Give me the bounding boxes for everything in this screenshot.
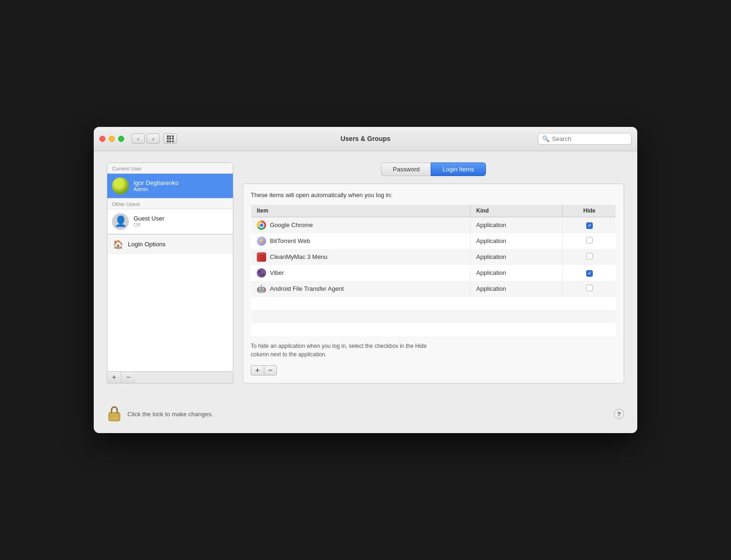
close-button[interactable] xyxy=(99,136,105,142)
hint-text: To hide an application when you log in, … xyxy=(251,342,616,359)
login-options-label: Login Options xyxy=(128,241,165,248)
back-button[interactable]: ‹ xyxy=(132,133,145,144)
search-icon: 🔍 xyxy=(542,135,550,142)
main-layout: Current User Igor Degtiarenko Admin Othe… xyxy=(107,162,624,384)
hide-checkbox-chrome[interactable] xyxy=(586,222,593,229)
sidebar-list: Current User Igor Degtiarenko Admin Othe… xyxy=(107,162,233,372)
search-input[interactable] xyxy=(552,135,627,142)
lock-icon[interactable] xyxy=(107,405,122,423)
table-header: Item Kind Hide xyxy=(251,204,616,217)
col-item: Item xyxy=(251,204,470,217)
traffic-lights xyxy=(99,136,124,142)
minimize-button[interactable] xyxy=(109,136,115,142)
panel-description: These items will open automatically when… xyxy=(251,192,616,199)
item-kind-viber: Application xyxy=(470,265,563,281)
table-row: Google Chrome Application xyxy=(251,217,616,233)
sidebar: Current User Igor Degtiarenko Admin Othe… xyxy=(107,162,233,384)
empty-row xyxy=(251,297,616,310)
panel-content: These items will open automatically when… xyxy=(243,184,624,384)
hide-checkbox-viber[interactable] xyxy=(586,270,593,277)
main-window: ‹ › Users & Groups 🔍 Current User xyxy=(94,127,637,434)
item-hide-viber[interactable] xyxy=(563,265,616,281)
app-row-cleanmymac: 🛡 CleanMyMac 3 Menu xyxy=(257,252,464,262)
item-kind-android: Application xyxy=(470,281,563,297)
footer: Click the lock to make changes. ? xyxy=(94,397,637,433)
grid-icon xyxy=(167,135,174,142)
window-title: Users & Groups xyxy=(341,135,391,142)
item-name-chrome: Google Chrome xyxy=(251,217,470,233)
table-row: 🛡 CleanMyMac 3 Menu Application xyxy=(251,249,616,265)
table-row: 📞 Viber Application xyxy=(251,265,616,281)
hide-checkbox-android[interactable] xyxy=(586,285,593,291)
item-name-cleanmymac: 🛡 CleanMyMac 3 Menu xyxy=(251,249,470,265)
user-info-igor: Igor Degtiarenko Admin xyxy=(134,179,228,192)
help-button[interactable]: ? xyxy=(614,409,624,419)
empty-row xyxy=(251,323,616,336)
table-row: ⚡ BitTorrent Web Application xyxy=(251,233,616,249)
items-table: Item Kind Hide Googl xyxy=(251,204,616,337)
item-kind-cleanmymac: Application xyxy=(470,249,563,265)
forward-button[interactable]: › xyxy=(147,133,160,144)
add-user-button[interactable]: + xyxy=(107,372,121,383)
item-kind-chrome: Application xyxy=(470,217,563,233)
item-hide-chrome[interactable] xyxy=(563,217,616,233)
item-kind-bittorrent: Application xyxy=(470,233,563,249)
add-item-button[interactable]: + xyxy=(251,365,264,376)
current-user-label: Current User xyxy=(107,163,233,174)
grid-view-button[interactable] xyxy=(164,133,177,144)
user-role-guest: Off xyxy=(134,222,228,228)
maximize-button[interactable] xyxy=(118,136,124,142)
sidebar-item-guest[interactable]: 👤 Guest User Off xyxy=(107,209,233,234)
sidebar-actions: + − xyxy=(107,372,233,383)
chrome-icon xyxy=(257,221,266,230)
user-name-guest: Guest User xyxy=(134,215,228,222)
app-row-chrome: Google Chrome xyxy=(257,221,464,230)
titlebar: ‹ › Users & Groups 🔍 xyxy=(94,127,637,151)
cleanmymac-icon: 🛡 xyxy=(257,252,266,262)
avatar-igor xyxy=(112,177,129,194)
remove-item-button[interactable]: − xyxy=(264,365,277,376)
item-hide-cleanmymac[interactable] xyxy=(563,249,616,265)
svg-rect-2 xyxy=(111,413,118,419)
table-row: 🤖 Android File Transfer Agent Applicatio… xyxy=(251,281,616,297)
house-icon: 🏠 xyxy=(113,239,123,250)
person-icon: 👤 xyxy=(114,216,127,227)
nav-buttons: ‹ › xyxy=(132,133,160,144)
footer-lock-text: Click the lock to make changes. xyxy=(127,411,213,418)
bittorrent-icon: ⚡ xyxy=(257,236,266,246)
login-options-button[interactable]: 🏠 Login Options xyxy=(107,234,233,254)
table-actions: + − xyxy=(251,365,616,376)
empty-row xyxy=(251,310,616,323)
sidebar-item-igor[interactable]: Igor Degtiarenko Admin xyxy=(107,174,233,199)
item-name-bittorrent: ⚡ BitTorrent Web xyxy=(251,233,470,249)
main-content: Current User Igor Degtiarenko Admin Othe… xyxy=(94,151,637,397)
item-hide-android[interactable] xyxy=(563,281,616,297)
android-icon: 🤖 xyxy=(257,284,266,294)
item-name-android: 🤖 Android File Transfer Agent xyxy=(251,281,470,297)
other-users-label: Other Users xyxy=(107,199,233,209)
user-role-igor: Admin xyxy=(134,186,228,192)
hide-checkbox-cleanmymac[interactable] xyxy=(586,253,593,259)
item-name-viber: 📞 Viber xyxy=(251,265,470,281)
viber-icon: 📞 xyxy=(257,268,266,278)
item-hide-bittorrent[interactable] xyxy=(563,233,616,249)
avatar-guest: 👤 xyxy=(112,213,129,230)
app-row-viber: 📞 Viber xyxy=(257,268,464,278)
app-row-bittorrent: ⚡ BitTorrent Web xyxy=(257,236,464,246)
col-hide: Hide xyxy=(563,204,616,217)
user-info-guest: Guest User Off xyxy=(134,215,228,228)
tab-bar: Password Login Items xyxy=(243,162,624,176)
app-row-android: 🤖 Android File Transfer Agent xyxy=(257,284,464,294)
tab-login-items[interactable]: Login Items xyxy=(431,162,485,176)
user-name-igor: Igor Degtiarenko xyxy=(134,179,228,186)
right-panel: Password Login Items These items will op… xyxy=(243,162,624,384)
tab-password[interactable]: Password xyxy=(381,162,431,176)
remove-user-button[interactable]: − xyxy=(121,372,135,383)
search-box[interactable]: 🔍 xyxy=(538,133,632,145)
hide-checkbox-bittorrent[interactable] xyxy=(586,237,593,243)
col-kind: Kind xyxy=(470,204,563,217)
